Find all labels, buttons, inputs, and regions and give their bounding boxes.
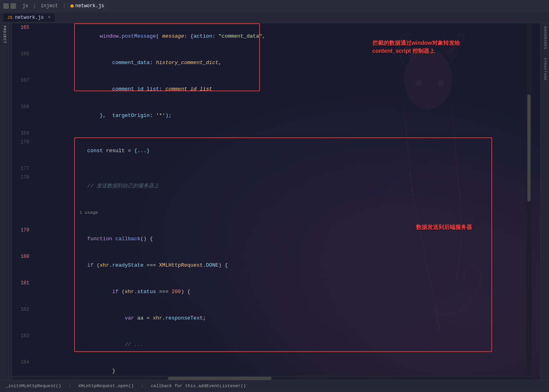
- code-line-179: 179 function callback() {: [34, 226, 532, 252]
- code-line-165: 165 window.postMessage( message: {action…: [34, 23, 532, 50]
- tab-inject[interactable]: inject: [38, 2, 61, 10]
- file-icon: JS: [7, 15, 12, 20]
- maximize-btn[interactable]: [10, 3, 16, 9]
- project-sidebar-label: Project: [2, 26, 6, 44]
- line-content-183: // ...: [34, 332, 532, 358]
- line-num-166: 166: [12, 50, 34, 58]
- line-content-168: }, targetOrigin: '*');: [34, 103, 532, 129]
- project-panel: [9, 23, 12, 380]
- line-content-177: [34, 164, 532, 173]
- title-bar: js | inject | network.js: [0, 0, 549, 12]
- code-line-166: 166 comment_data: history_comment_dict,: [34, 50, 532, 76]
- line-content-167: comment_id_list: comment_id_list: [34, 76, 532, 103]
- tab-js[interactable]: js: [19, 2, 31, 10]
- line-num-168: 168: [12, 103, 34, 111]
- tab-label: network.js: [75, 3, 104, 9]
- fn-item-2[interactable]: XMLHttpRequest.open(): [76, 383, 136, 389]
- function-nav-bar: _initXMLHttpRequest() | XMLHttpRequest.o…: [0, 380, 549, 391]
- close-tab-button[interactable]: ×: [48, 15, 50, 20]
- line-num-182: 182: [12, 305, 34, 314]
- line-content-184: }: [34, 358, 532, 380]
- code-editor: 拦截的数据通过window对象转发给content_script 控制器上 数据…: [12, 23, 540, 380]
- code-line-167: 167 comment_id_list: comment_id_list: [34, 76, 532, 103]
- line-content-usage: 1 usage: [34, 199, 532, 226]
- left-sidebar: Project: [0, 23, 9, 380]
- fn-item-1[interactable]: _initXMLHttpRequest(): [3, 383, 64, 389]
- tab-icon: [70, 4, 74, 8]
- code-line-usage: 1 usage: [34, 199, 532, 226]
- code-line-178: 178 // 发送数据到自己的服务器上: [34, 173, 532, 199]
- line-num-177: 177: [12, 164, 34, 173]
- right-sidebar: Bookmarks Structure: [540, 23, 549, 380]
- line-content-170: const result = {...}: [34, 138, 532, 164]
- code-line-170: 170 const result = {...}: [34, 138, 532, 164]
- line-content-181: if (xhr.status === 200) {: [34, 279, 532, 305]
- bookmarks-label: Bookmarks: [543, 26, 547, 50]
- file-tab-label: network.js: [15, 15, 44, 20]
- code-lines-wrapper: 165 window.postMessage( message: {action…: [34, 23, 540, 380]
- window-controls: [3, 3, 16, 9]
- line-content-165: window.postMessage( message: {action: "c…: [34, 23, 532, 50]
- line-content-169: [34, 129, 532, 138]
- editor-tabs: js | inject | network.js: [19, 2, 107, 10]
- line-num-167: 167: [12, 76, 34, 85]
- active-file-tab[interactable]: JS network.js ×: [3, 14, 54, 22]
- code-line-177: 177: [34, 164, 532, 173]
- line-num-170: 170: [12, 138, 34, 147]
- code-content: 165 window.postMessage( message: {action…: [12, 23, 540, 380]
- code-line-169: 169: [34, 129, 532, 138]
- code-line-183: 183 // ...: [34, 332, 532, 358]
- fn-item-3[interactable]: callback for this.addEventListener(): [148, 383, 248, 389]
- line-content-180: if (xhr.readyState === XMLHttpRequest.DO…: [34, 252, 532, 279]
- line-content-166: comment_data: history_comment_dict,: [34, 50, 532, 76]
- tab-network-js[interactable]: network.js: [67, 2, 107, 10]
- line-num-179: 179: [12, 226, 34, 235]
- line-content-182: var aa = xhr.responseText;: [34, 305, 532, 332]
- line-content-178: // 发送数据到自己的服务器上: [34, 173, 532, 199]
- line-num-169: 169: [12, 129, 34, 138]
- line-num-181: 181: [12, 279, 34, 287]
- line-num-178: 178: [12, 173, 34, 182]
- line-content-179: function callback() {: [34, 226, 532, 252]
- code-line-168: 168 }, targetOrigin: '*');: [34, 103, 532, 129]
- code-line-184: 184 }: [34, 358, 532, 380]
- line-num-180: 180: [12, 252, 34, 261]
- code-line-181: 181 if (xhr.status === 200) {: [34, 279, 532, 305]
- code-line-182: 182 var aa = xhr.responseText;: [34, 305, 532, 332]
- line-num-165: 165: [12, 23, 34, 32]
- line-num-184: 184: [12, 358, 34, 367]
- minimize-btn[interactable]: [3, 3, 9, 9]
- structure-label: Structure: [543, 58, 547, 81]
- code-line-180: 180 if (xhr.readyState === XMLHttpReques…: [34, 252, 532, 279]
- line-num-183: 183: [12, 332, 34, 340]
